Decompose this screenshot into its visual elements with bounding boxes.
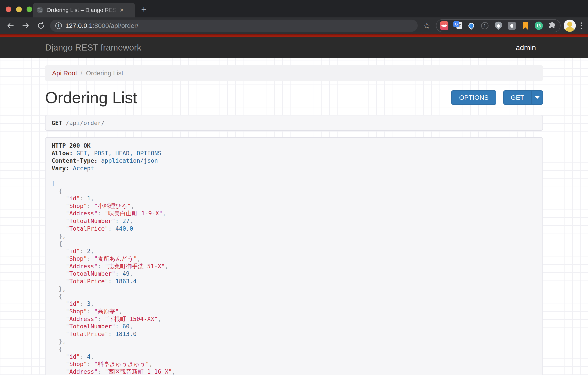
code-token: :: [108, 331, 112, 337]
code-token: :: [108, 225, 112, 232]
code-token: Vary:: [52, 165, 69, 172]
response-panel: HTTP 200 OK Allow: GET, POST, HEAD, OPTI…: [45, 137, 543, 375]
forward-button[interactable]: [20, 20, 32, 32]
code-token: ,: [172, 368, 175, 375]
code-token: HTTP 200 OK: [52, 142, 91, 149]
code-token: "味美白山町 1-9-X": [105, 210, 162, 217]
code-token: :: [116, 323, 119, 330]
code-token: "TotoalNumber": [66, 323, 116, 330]
code-token: ,: [130, 218, 133, 224]
one-password-extension-icon[interactable]: 1: [480, 21, 489, 30]
code-token: 4: [87, 353, 91, 360]
code-token: ,: [131, 203, 134, 209]
code-token: Accept: [73, 165, 94, 172]
code-token: "Address": [66, 210, 98, 217]
code-token: "Address": [66, 263, 98, 270]
code-token: "食所あんどう": [94, 255, 137, 262]
code-token: :: [116, 270, 119, 277]
code-token: :: [80, 353, 84, 360]
browser-window: Ordering List – Django REST fra × + i 12…: [0, 0, 588, 375]
code-token: Content-Type:: [52, 157, 98, 164]
page-title: Ordering List: [45, 88, 137, 107]
get-split-button: GET: [503, 90, 543, 105]
address-bar[interactable]: i 127.0.0.1:8000/api/order/: [50, 20, 418, 32]
code-token: ,: [158, 315, 161, 322]
code-token: ,: [91, 353, 94, 360]
lips-extension-icon[interactable]: [440, 21, 449, 30]
options-button[interactable]: OPTIONS: [451, 90, 496, 105]
code-token: "TotalPrice": [66, 225, 108, 232]
reload-button[interactable]: [35, 20, 47, 32]
admin-link[interactable]: admin: [516, 43, 543, 52]
bookmark-star-button[interactable]: ☆: [421, 20, 433, 32]
site-info-icon[interactable]: i: [55, 22, 62, 29]
close-window-button[interactable]: [6, 7, 11, 12]
zoom-window-button[interactable]: [27, 7, 32, 12]
code-token: "Address": [66, 368, 98, 375]
code-token: ,: [91, 300, 94, 307]
shield-extension-icon[interactable]: [494, 21, 503, 30]
code-token: :: [87, 203, 91, 209]
url-host: 127.0.0.1: [65, 22, 93, 29]
code-token: 3: [87, 300, 91, 307]
back-arrow-icon: [6, 21, 15, 30]
reload-icon: [37, 21, 45, 30]
code-token: :: [80, 248, 84, 254]
code-token: "TotalPrice": [66, 331, 108, 337]
code-token: GET, POST, HEAD, OPTIONS: [76, 150, 161, 156]
code-token: 49: [122, 270, 130, 277]
get-button[interactable]: GET: [503, 90, 532, 105]
url-path: :8000/api/order/: [93, 22, 138, 29]
code-token: :: [98, 315, 101, 322]
code-token: ,: [119, 308, 122, 315]
request-summary: GET /api/order/: [45, 115, 543, 131]
code-token: "料亭きゅうきゅう": [94, 361, 149, 367]
chevron-down-icon: [535, 96, 540, 99]
code-token: :: [80, 300, 84, 307]
code-token: "TotalPrice": [66, 278, 108, 285]
url-text[interactable]: 127.0.0.1:8000/api/order/: [65, 22, 138, 29]
breadcrumb-api-root-link[interactable]: Api Root: [52, 70, 77, 77]
code-token: "西区観音新町 1-16-X": [105, 368, 172, 375]
code-token: :: [98, 263, 101, 270]
code-token: ,: [130, 323, 133, 330]
back-button[interactable]: [4, 20, 17, 32]
breadcrumb: Api Root / Ordering List: [45, 65, 543, 81]
code-token: "Shop": [66, 308, 87, 315]
code-token: 60: [122, 323, 130, 330]
breadcrumb-current: Ordering List: [86, 70, 123, 77]
code-token: 1: [87, 195, 91, 202]
extensions-group: 文G 1 G: [436, 19, 561, 32]
blue-drop-extension-icon[interactable]: [467, 21, 476, 30]
code-token: 27: [122, 218, 130, 224]
close-tab-icon[interactable]: ×: [120, 7, 124, 13]
new-tab-button[interactable]: +: [141, 4, 147, 14]
minimize-window-button[interactable]: [16, 7, 22, 12]
get-dropdown-button[interactable]: [532, 90, 543, 105]
drf-page: Django REST framework admin Api Root / O…: [0, 37, 588, 375]
code-token: ,: [91, 248, 94, 254]
profile-avatar[interactable]: [564, 20, 576, 32]
code-token: ,: [91, 195, 94, 202]
bookmark-ribbon-extension-icon[interactable]: [521, 21, 530, 30]
code-token: application/json: [101, 157, 158, 164]
browser-menu-icon[interactable]: [579, 22, 584, 29]
code-token: :: [87, 361, 91, 367]
code-token: {: [59, 240, 62, 247]
code-token: },: [59, 233, 66, 239]
code-token: },: [59, 285, 66, 292]
code-token: :: [87, 308, 91, 315]
google-translate-extension-icon[interactable]: 文G: [453, 21, 462, 30]
code-token: Allow:: [52, 150, 73, 156]
brand-link[interactable]: Django REST framework: [45, 43, 141, 52]
code-token: "志免町御手洗 51-X": [105, 263, 165, 270]
keep-lightbulb-extension-icon[interactable]: [507, 21, 516, 30]
grammarly-extension-icon[interactable]: G: [535, 21, 543, 30]
code-token: "id": [66, 248, 80, 254]
browser-toolbar: i 127.0.0.1:8000/api/order/ ☆ 文G 1 G: [0, 17, 588, 34]
browser-tab[interactable]: Ordering List – Django REST fra ×: [33, 3, 135, 17]
code-token: :: [87, 255, 91, 262]
extensions-puzzle-icon[interactable]: [548, 21, 557, 30]
code-token: :: [98, 210, 101, 217]
code-token: {: [59, 188, 62, 194]
